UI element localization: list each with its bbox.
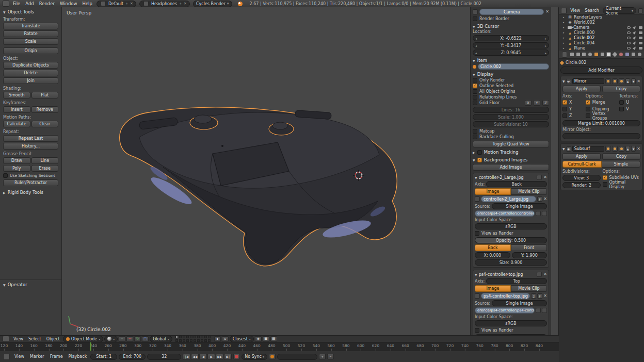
cursor-x-field[interactable]: ◂ X: -0.6522 ▸ — [473, 35, 549, 41]
open-file-icon[interactable] — [536, 308, 541, 313]
motion-tracking-panel-header[interactable]: ▶ Motion Tracking — [473, 149, 549, 155]
menu-file[interactable]: File — [10, 0, 23, 7]
manipulator-scale-toggle[interactable]: ▢ — [142, 336, 149, 342]
checkbox-checked-icon[interactable] — [586, 100, 590, 105]
tab-texture-icon[interactable] — [624, 52, 630, 58]
checkbox-icon[interactable] — [473, 78, 477, 83]
add-scene-icon[interactable]: ＋ — [179, 1, 182, 6]
remove-keyframe-button[interactable]: Remove — [31, 106, 59, 113]
delete-modifier-icon[interactable]: ✕ — [637, 147, 640, 151]
join-button[interactable]: Join — [3, 77, 58, 84]
layer-toggle[interactable] — [204, 336, 207, 338]
image-tab[interactable]: Image — [475, 188, 511, 195]
vertex-groups-row[interactable]: Vertex Groups — [586, 113, 617, 119]
colorspace-dropdown[interactable]: sRGB — [475, 320, 547, 326]
checkbox-checked-icon[interactable] — [562, 100, 567, 105]
timeline-ruler[interactable]: 1201401601802002202402602803003203403603… — [0, 342, 559, 351]
tab-render-icon[interactable] — [569, 52, 574, 58]
mirror-y-row[interactable]: Y — [562, 106, 584, 112]
fake-user-icon[interactable]: F — [537, 293, 542, 299]
scale-button[interactable]: Scale — [3, 38, 58, 45]
checkbox-icon[interactable] — [473, 17, 477, 21]
tab-material-icon[interactable] — [619, 52, 624, 58]
panel-collapse-icon[interactable]: ▼ — [3, 283, 6, 287]
layer-toggle[interactable] — [201, 339, 203, 342]
snap-magnet-icon[interactable]: ∪ — [222, 336, 229, 342]
mirror-object-dropdown[interactable] — [562, 133, 640, 139]
fake-user-icon[interactable]: F — [537, 196, 542, 202]
insert-keyframe-button[interactable]: Insert — [3, 106, 30, 113]
texture-v-row[interactable]: V — [619, 106, 640, 112]
playhead[interactable] — [90, 342, 91, 351]
layer-toggle[interactable] — [190, 339, 192, 342]
keying-set-dot-icon[interactable] — [269, 354, 276, 359]
checkbox-icon[interactable] — [586, 113, 590, 118]
keying-set-dropdown[interactable] — [277, 354, 317, 360]
disclosure-icon[interactable]: ▸ — [563, 41, 566, 44]
next-keyframe-icon[interactable]: ▶▶ — [216, 354, 223, 360]
delete-button[interactable]: Delete — [3, 70, 58, 76]
outliner-item-Plane[interactable]: ▸Plane — [559, 45, 644, 51]
tab-modifiers-icon[interactable] — [606, 52, 611, 58]
visibility-eye-icon[interactable] — [627, 37, 631, 39]
move-down-icon[interactable]: ▼ — [631, 78, 636, 84]
back-toggle[interactable]: Back — [475, 244, 511, 251]
tab-object-data-icon[interactable] — [613, 52, 618, 58]
tab-render-layers-icon[interactable] — [575, 52, 581, 58]
front-toggle[interactable]: Front — [511, 244, 547, 251]
checkbox-icon[interactable] — [619, 107, 624, 111]
translate-button[interactable]: Translate — [3, 23, 58, 29]
merge-row[interactable]: Merge — [586, 100, 617, 105]
operator-panel-header[interactable]: ▼ Operator — [3, 282, 58, 288]
apply-button[interactable]: Apply — [562, 86, 601, 92]
move-up-icon[interactable]: ▲ — [625, 78, 630, 84]
previous-keyframe-icon[interactable]: ◀◀ — [191, 354, 199, 360]
layer-toggle[interactable] — [194, 339, 196, 342]
grid-subdivisions-field[interactable]: Subdivisions: 10 — [473, 121, 549, 127]
checkbox-icon[interactable] — [603, 182, 607, 187]
grid-lines-field[interactable]: Lines: 16 — [473, 107, 549, 113]
panel-collapse-icon[interactable]: ▼ — [473, 25, 475, 28]
add-image-button[interactable]: Add Image — [473, 164, 549, 171]
movie-clip-tab[interactable]: Movie Clip — [511, 285, 547, 292]
pivot-point-dropdown[interactable]: ◦ — [119, 336, 125, 342]
optimal-display-row[interactable]: Optimal Display — [603, 182, 641, 187]
render-opengl-anim-icon[interactable]: ▦ — [270, 336, 277, 342]
manipulator-translate-toggle[interactable]: ↔ — [126, 336, 133, 342]
panel-collapse-icon[interactable]: ▼ — [475, 176, 477, 179]
panel-collapse-icon[interactable]: ▼ — [562, 79, 565, 83]
only-render-row[interactable]: Only Render — [473, 77, 549, 83]
filter-icon[interactable] — [638, 8, 643, 13]
checkbox-icon[interactable] — [3, 173, 8, 178]
offset-y-field[interactable]: Y: 1.900 — [512, 252, 548, 258]
calculate-paths-button[interactable]: Calculate — [3, 121, 30, 127]
background-images-panel-header[interactable]: ▼ Background Images — [473, 157, 549, 163]
visibility-eye-icon[interactable] — [627, 42, 631, 44]
viewport-3d[interactable]: User Persp (32) Circle.002 Camera ✕ Rend… — [62, 7, 558, 335]
add-layout-icon[interactable]: ＋ — [125, 1, 128, 6]
move-down-icon[interactable]: ▼ — [631, 146, 636, 152]
camera-object-field[interactable]: Camera — [479, 9, 544, 15]
smooth-button[interactable]: Smooth — [3, 92, 30, 98]
layer-toggle[interactable] — [194, 336, 196, 338]
object-menu[interactable]: Object — [44, 336, 62, 342]
disclosure-icon[interactable]: ▸ — [563, 46, 566, 50]
tab-scene-icon[interactable] — [582, 52, 587, 58]
tab-physics-icon[interactable] — [637, 52, 642, 58]
merge-limit-field[interactable]: Merge Limit: 0.001000 — [562, 120, 640, 126]
modifier-name-field[interactable]: Subsurf — [572, 146, 605, 152]
checkbox-icon[interactable] — [473, 101, 477, 105]
timeline-view-menu[interactable]: View — [12, 353, 26, 360]
colorspace-dropdown[interactable]: sRGB — [475, 223, 547, 229]
outline-selected-row[interactable]: Outline Selected — [473, 83, 549, 89]
copy-button[interactable]: Copy — [602, 86, 640, 92]
layer-toggle[interactable] — [190, 336, 192, 338]
menu-render[interactable]: Render — [37, 0, 57, 7]
outliner-item-Circle.002[interactable]: ▸Circle.002 — [559, 35, 644, 40]
gp-draw-button[interactable]: Draw — [3, 157, 30, 164]
editor-type-icon[interactable] — [3, 354, 10, 360]
origin-button[interactable]: Origin — [3, 47, 58, 54]
repeat-last-button[interactable]: Repeat Last — [3, 135, 58, 142]
render-engine-selector[interactable]: Cycles Render ▾ — [193, 1, 232, 7]
remove-image-icon[interactable]: ✕ — [543, 272, 547, 276]
